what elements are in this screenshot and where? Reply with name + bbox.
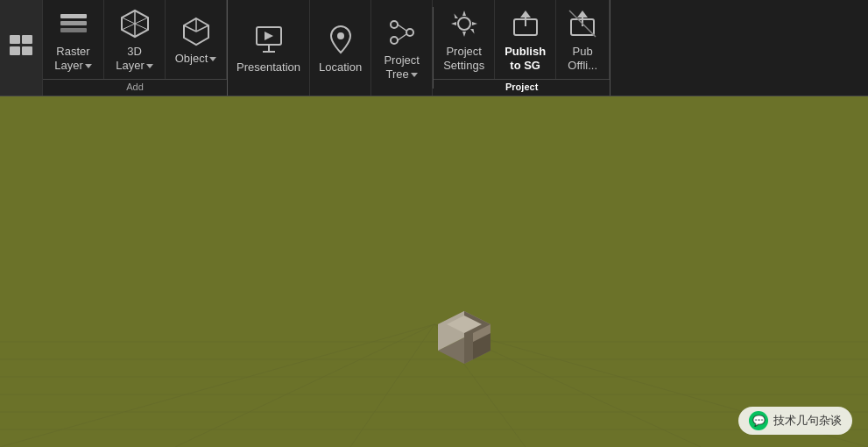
publish-sg-icon	[508, 6, 543, 41]
3d-layer-label: 3D Layer	[116, 45, 153, 72]
svg-point-21	[406, 29, 413, 36]
svg-line-39	[0, 324, 434, 447]
project-section-label: Project	[434, 79, 610, 96]
project-section-items: Project Settings Publish to SG	[434, 0, 610, 79]
object-icon	[179, 13, 214, 48]
svg-marker-31	[577, 11, 588, 18]
raster-layer-label: Raster Layer	[54, 45, 92, 72]
svg-line-40	[175, 324, 434, 447]
toolbar: Raster Layer 3D Layer	[0, 0, 868, 96]
svg-rect-2	[10, 46, 20, 55]
toolbar-item-partial[interactable]	[0, 0, 43, 96]
watermark-text: 技术几句杂谈	[773, 413, 842, 429]
scene-object	[420, 298, 508, 377]
toolbar-item-project-tree[interactable]: Project Tree	[371, 0, 433, 96]
publish-offline-label: Pub Offli...	[568, 45, 597, 72]
location-label: Location	[319, 60, 362, 74]
toolbar-item-publish-offline[interactable]: Pub Offli...	[556, 0, 610, 79]
svg-marker-18	[265, 32, 273, 40]
location-icon	[323, 22, 358, 57]
svg-marker-28	[520, 11, 531, 18]
svg-point-19	[337, 32, 344, 39]
svg-rect-0	[10, 35, 20, 44]
toolbar-item-presentation[interactable]: Presentation	[228, 0, 310, 96]
svg-line-14	[196, 25, 208, 32]
svg-rect-6	[60, 28, 87, 32]
svg-point-22	[391, 37, 398, 44]
presentation-label: Presentation	[236, 60, 300, 74]
raster-layer-icon	[56, 6, 91, 41]
svg-line-24	[398, 34, 406, 40]
publish-sg-label: Publish to SG	[505, 45, 546, 72]
3d-layer-icon	[117, 6, 152, 41]
add-section-label: Add	[43, 79, 227, 96]
svg-point-20	[391, 21, 398, 28]
toolbar-item-3d-layer[interactable]: 3D Layer	[104, 0, 166, 79]
partial-icon	[4, 29, 39, 64]
ground-grid	[0, 96, 868, 447]
toolbar-item-object[interactable]: Object	[166, 0, 227, 79]
add-section: Raster Layer 3D Layer	[43, 0, 228, 96]
watermark-icon: 💬	[749, 411, 768, 430]
object-label: Object	[175, 52, 217, 66]
project-section: Project Settings Publish to SG	[434, 0, 610, 96]
toolbar-item-location[interactable]: Location	[310, 0, 371, 96]
publish-offline-icon	[565, 6, 600, 41]
svg-rect-3	[22, 46, 32, 55]
add-section-items: Raster Layer 3D Layer	[43, 0, 227, 79]
presentation-icon	[251, 22, 286, 57]
toolbar-item-project-settings[interactable]: Project Settings	[434, 0, 495, 79]
toolbar-item-publish-sg[interactable]: Publish to SG	[495, 0, 556, 79]
watermark: 💬 技术几句杂谈	[738, 407, 852, 435]
project-tree-label: Project Tree	[384, 53, 419, 81]
svg-line-13	[184, 25, 196, 32]
project-tree-icon	[385, 15, 420, 50]
svg-line-23	[398, 25, 406, 31]
svg-rect-1	[22, 35, 32, 44]
main-canvas: 💬 技术几句杂谈	[0, 96, 868, 447]
svg-rect-4	[60, 14, 87, 18]
toolbar-item-raster-layer[interactable]: Raster Layer	[43, 0, 104, 79]
svg-rect-5	[60, 21, 87, 25]
project-settings-icon	[447, 6, 482, 41]
project-settings-label: Project Settings	[443, 45, 484, 72]
svg-point-25	[458, 18, 470, 30]
